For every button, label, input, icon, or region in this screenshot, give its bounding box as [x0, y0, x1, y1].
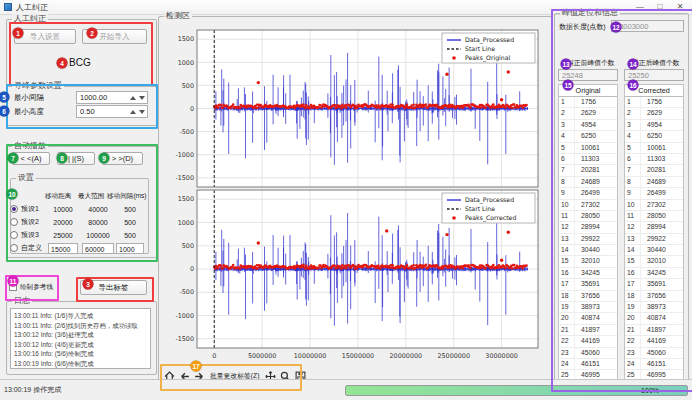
peak-table-row[interactable]: 2446151 — [559, 359, 617, 370]
status-message: 13:00:19 操作完成 — [4, 385, 61, 395]
preset-value-input[interactable]: 15000 — [48, 243, 78, 254]
preset-row-自定义[interactable]: 自定义15000600001000 — [10, 242, 146, 254]
peak-table-row[interactable]: 22629 — [559, 108, 617, 119]
svg-text:Start Line: Start Line — [465, 205, 495, 212]
peak-table-row[interactable]: 2244169 — [559, 336, 617, 347]
radio-预设2[interactable] — [10, 218, 18, 226]
close-button[interactable]: ✕ — [672, 1, 688, 13]
peak-sample-value: 4954 — [575, 120, 596, 130]
spinner-arrows-icon[interactable] — [130, 92, 145, 103]
peak-table-row[interactable]: 1228994 — [559, 222, 617, 233]
peak-table-row[interactable]: 11756 — [625, 97, 683, 108]
svg-text:500: 500 — [182, 82, 194, 90]
min-interval-spinbox[interactable]: 1000.00 — [76, 91, 148, 104]
original-peaks-table[interactable]: Original 1175622629349544625051006161130… — [558, 84, 618, 380]
row-index: 19 — [559, 302, 575, 312]
spinner-arrows-icon[interactable] — [130, 106, 145, 117]
peak-sample-value: 46151 — [575, 359, 600, 369]
peak-table-row[interactable]: 2040874 — [559, 313, 617, 324]
peak-table-row[interactable]: 611303 — [559, 154, 617, 165]
radio-预设1[interactable] — [10, 205, 18, 213]
svg-text:-500: -500 — [179, 128, 194, 136]
peak-table-row[interactable]: 1938973 — [625, 302, 683, 313]
peak-table-row[interactable]: 824689 — [559, 177, 617, 188]
peak-table-row[interactable]: 34954 — [559, 120, 617, 131]
peak-table-row[interactable]: 1329922 — [559, 234, 617, 245]
peak-table-row[interactable]: 926499 — [625, 188, 683, 199]
preset-value-input[interactable]: 1000 — [116, 243, 144, 254]
log-entry: 13:00:12 Info: (3/6)处理完成 — [14, 330, 147, 340]
peak-table-row[interactable]: 1735691 — [625, 279, 683, 290]
peak-table-row[interactable]: 2244169 — [625, 336, 683, 347]
peak-table-row[interactable]: 1938973 — [559, 302, 617, 313]
peak-table-row[interactable]: 926499 — [559, 188, 617, 199]
peak-sample-value: 37656 — [575, 291, 600, 301]
peak-table-row[interactable]: 1329922 — [625, 234, 683, 245]
peak-table-row[interactable]: 46250 — [625, 131, 683, 142]
peak-table-row[interactable]: 611303 — [625, 154, 683, 165]
svg-text:Data_Processed: Data_Processed — [465, 196, 514, 204]
peak-info-group-title: 峰值定位和信息 — [560, 8, 620, 18]
peak-table-row[interactable]: 1430440 — [559, 245, 617, 256]
peak-table-row[interactable]: 2141897 — [559, 325, 617, 336]
preset-value-input[interactable]: 60000 — [82, 243, 114, 254]
peak-table-row[interactable]: 2446151 — [625, 359, 683, 370]
svg-text:-1000: -1000 — [175, 151, 194, 159]
peak-table-row[interactable]: 2040874 — [625, 313, 683, 324]
annotation-marker-2: 2 — [87, 28, 98, 39]
peak-sample-value: 26499 — [575, 188, 600, 198]
row-index: 20 — [625, 313, 641, 323]
peak-table-row[interactable]: 1634245 — [625, 268, 683, 279]
radio-预设3[interactable] — [10, 231, 18, 239]
preset-row-预设2[interactable]: 预设22000080000500 — [10, 216, 146, 228]
minimize-button[interactable]: — — [632, 1, 648, 13]
peak-table-row[interactable]: 510061 — [625, 143, 683, 154]
log-output[interactable]: 13:00:11 Info: (1/6)导入完成13:00:11 Info: (… — [10, 308, 151, 369]
peak-table-row[interactable]: 1634245 — [559, 268, 617, 279]
peak-table-row[interactable]: 34954 — [625, 120, 683, 131]
peak-sample-value: 30440 — [575, 245, 600, 255]
peak-table-row[interactable]: 1837656 — [559, 291, 617, 302]
peak-table-row[interactable]: 1532010 — [559, 256, 617, 267]
row-index: 15 — [559, 256, 575, 266]
peak-table-row[interactable]: 46250 — [559, 131, 617, 142]
annotation-marker-13: 13 — [561, 59, 572, 70]
annotation-marker-16: 16 — [628, 80, 639, 91]
peak-table-row[interactable]: 824689 — [625, 177, 683, 188]
preset-label: 预设2 — [21, 217, 43, 227]
radio-自定义[interactable] — [10, 244, 18, 252]
peak-table-row[interactable]: 1532010 — [625, 256, 683, 267]
peak-table-row[interactable]: 2345060 — [559, 348, 617, 359]
preset-value: 500 — [116, 206, 144, 213]
peak-table-row[interactable]: 1128050 — [559, 211, 617, 222]
peak-table-row[interactable]: 720281 — [559, 165, 617, 176]
peak-table-row[interactable]: 1430440 — [625, 245, 683, 256]
row-index: 10 — [625, 200, 641, 210]
preset-value: 40000 — [82, 206, 114, 213]
peak-table-row[interactable]: 510061 — [559, 143, 617, 154]
peak-sample-value: 29922 — [575, 234, 600, 244]
peak-table-row[interactable]: 22629 — [625, 108, 683, 119]
peak-table-row[interactable]: 1735691 — [559, 279, 617, 290]
peak-table-row[interactable]: 1228994 — [625, 222, 683, 233]
data-length-field[interactable]: 33003000 — [611, 20, 684, 32]
annotation-marker-12: 12 — [611, 22, 622, 33]
preset-row-预设3[interactable]: 预设325000100000500 — [10, 229, 146, 241]
peak-table-row[interactable]: 2345060 — [625, 348, 683, 359]
plot-peaks-corrected[interactable]: 150010005000-500-1000-150005000000100000… — [162, 189, 548, 363]
maximize-button[interactable]: □ — [652, 1, 668, 13]
plot-peaks-original[interactable]: 150010005000-500-1000-1500Data_Processed… — [162, 26, 548, 189]
peak-table-row[interactable]: 1027302 — [625, 200, 683, 211]
peak-table-row[interactable]: 2141897 — [625, 325, 683, 336]
min-height-spinbox[interactable]: 0.50 — [76, 105, 148, 118]
preset-label: 预设1 — [21, 204, 43, 214]
peak-table-row[interactable]: 11756 — [559, 97, 617, 108]
peak-table-row[interactable]: 720281 — [625, 165, 683, 176]
peak-table-row[interactable]: 1027302 — [559, 200, 617, 211]
peak-table-row[interactable]: 1837656 — [625, 291, 683, 302]
peak-table-row[interactable]: 1128050 — [625, 211, 683, 222]
preset-row-预设1[interactable]: 预设11000040000500 — [10, 203, 146, 215]
row-index: 22 — [559, 336, 575, 346]
corrected-peaks-table[interactable]: Corrected 117562262934954462505100616113… — [624, 84, 684, 380]
row-index: 3 — [559, 120, 575, 130]
